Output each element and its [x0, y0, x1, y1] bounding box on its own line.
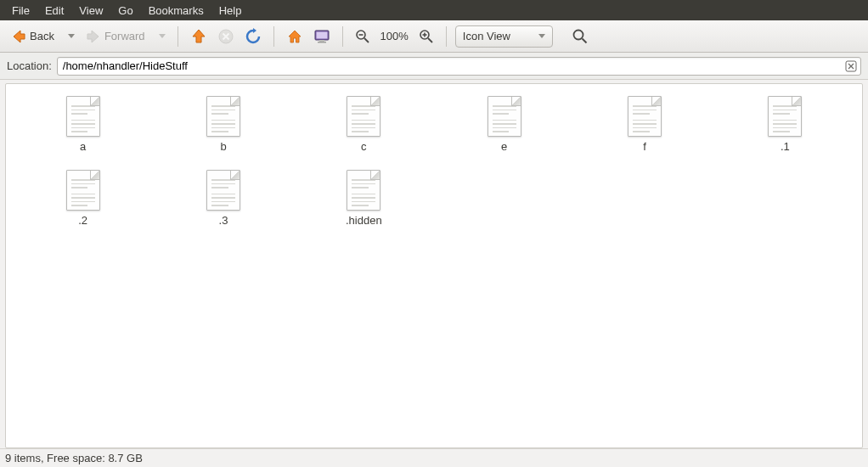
document-icon — [347, 170, 380, 211]
search-button[interactable] — [568, 25, 592, 48]
file-name: c — [361, 140, 367, 153]
file-item[interactable]: .hidden — [294, 168, 434, 228]
location-input[interactable] — [57, 57, 861, 76]
chevron-down-icon — [538, 34, 545, 38]
menu-bookmarks[interactable]: Bookmarks — [142, 2, 211, 20]
file-item[interactable]: e — [434, 94, 574, 155]
forward-label: Forward — [104, 30, 145, 42]
arrow-up-icon — [190, 28, 207, 45]
menu-view[interactable]: View — [72, 2, 110, 20]
clear-icon[interactable] — [844, 59, 858, 73]
file-item[interactable]: f — [574, 94, 714, 155]
view-mode-label: Icon View — [463, 30, 510, 42]
home-icon — [286, 28, 303, 45]
home-button[interactable] — [283, 25, 307, 48]
file-view-wrap: a b c — [0, 80, 868, 448]
svg-line-13 — [582, 38, 586, 42]
location-input-wrap — [57, 57, 861, 76]
file-name: .1 — [781, 140, 790, 153]
file-item[interactable]: .1 — [715, 94, 855, 155]
file-name: f — [643, 140, 646, 153]
menu-file[interactable]: File — [5, 2, 37, 20]
back-dropdown[interactable] — [61, 31, 78, 41]
location-bar: Location: — [0, 53, 868, 80]
zoom-out-button[interactable] — [352, 26, 374, 47]
back-label: Back — [30, 30, 54, 42]
arrow-left-icon — [10, 28, 27, 45]
forward-button[interactable]: Forward — [82, 25, 149, 48]
svg-line-9 — [428, 38, 432, 42]
view-mode-select[interactable]: Icon View — [455, 25, 553, 48]
status-text: 9 items, Free space: 8.7 GB — [5, 452, 143, 464]
stop-button[interactable] — [214, 25, 238, 48]
menubar: File Edit View Go Bookmarks Help — [0, 0, 868, 20]
chevron-down-icon — [159, 34, 166, 38]
reload-button[interactable] — [241, 25, 265, 48]
file-view[interactable]: a b c — [5, 83, 863, 448]
chevron-down-icon — [68, 34, 75, 38]
file-name: b — [220, 140, 226, 153]
toolbar: Back Forward — [0, 20, 868, 53]
svg-line-6 — [364, 38, 369, 42]
svg-rect-4 — [318, 42, 326, 43]
file-name: .3 — [219, 214, 228, 227]
computer-button[interactable] — [310, 25, 334, 48]
back-button[interactable]: Back — [7, 25, 58, 48]
arrow-right-icon — [85, 28, 102, 45]
file-name: .2 — [78, 214, 87, 227]
zoom-out-icon — [355, 29, 370, 44]
toolbar-separator — [446, 26, 447, 47]
document-icon — [347, 96, 380, 137]
stop-icon — [217, 28, 234, 45]
file-name: e — [501, 140, 507, 153]
status-bar: 9 items, Free space: 8.7 GB — [0, 448, 868, 467]
file-item[interactable]: .3 — [153, 168, 293, 228]
menu-edit[interactable]: Edit — [38, 2, 70, 20]
up-button[interactable] — [187, 25, 211, 48]
document-icon — [768, 96, 802, 137]
location-label: Location: — [7, 59, 52, 72]
file-item[interactable]: c — [294, 94, 434, 155]
forward-dropdown[interactable] — [152, 31, 169, 41]
document-icon — [488, 96, 521, 137]
svg-rect-2 — [316, 31, 327, 38]
document-icon — [66, 170, 100, 211]
file-name: a — [80, 140, 86, 153]
file-item[interactable]: b — [153, 94, 293, 155]
svg-point-12 — [573, 30, 583, 39]
toolbar-separator — [178, 26, 178, 47]
menu-help[interactable]: Help — [212, 2, 249, 20]
toolbar-separator — [342, 26, 343, 47]
svg-rect-3 — [319, 40, 324, 42]
zoom-level: 100% — [377, 30, 412, 42]
file-item[interactable]: .2 — [13, 168, 153, 228]
monitor-icon — [313, 28, 330, 45]
document-icon — [206, 96, 240, 137]
file-item[interactable]: a — [13, 94, 153, 155]
toolbar-separator — [273, 26, 274, 47]
menu-go[interactable]: Go — [111, 2, 139, 20]
document-icon — [628, 96, 662, 137]
document-icon — [206, 170, 240, 211]
zoom-in-icon — [419, 29, 434, 44]
zoom-in-button[interactable] — [415, 26, 437, 47]
reload-icon — [245, 28, 262, 45]
document-icon — [66, 96, 100, 137]
file-name: .hidden — [346, 214, 382, 227]
search-icon — [572, 28, 589, 45]
